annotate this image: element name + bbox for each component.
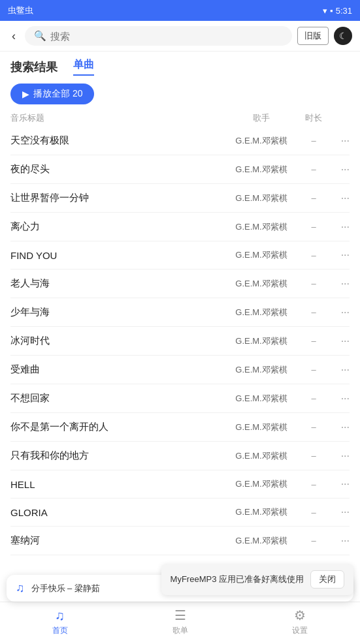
bottom-nav-settings[interactable]: ⚙ 设置 [240, 607, 360, 636]
song-name: 老人与海 [10, 277, 225, 290]
status-bar: 虫鳖虫 ▾ ▪ 5:31 [0, 0, 360, 21]
col-duration-header: 时长 [297, 112, 330, 124]
song-more-button[interactable]: ··· [330, 249, 350, 261]
song-more-button[interactable]: ··· [330, 506, 350, 518]
play-icon: ▶ [22, 89, 29, 99]
song-row[interactable]: HELL G.E.M.邓紫棋 – ··· [10, 470, 350, 498]
settings-icon: ⚙ [294, 607, 306, 623]
search-input-wrap[interactable]: 🔍 [25, 26, 292, 46]
song-artist: G.E.M.邓紫棋 [225, 422, 297, 433]
song-artist: G.E.M.邓紫棋 [225, 135, 297, 147]
song-more-button[interactable]: ··· [330, 135, 350, 147]
song-list: 天空没有极限 G.E.M.邓紫棋 – ··· 夜的尽头 G.E.M.邓紫棋 – … [0, 127, 360, 555]
song-row[interactable]: 让世界暂停一分钟 G.E.M.邓紫棋 – ··· [10, 184, 350, 213]
song-more-button[interactable]: ··· [330, 535, 350, 547]
song-name: 塞纳河 [10, 534, 225, 547]
song-duration: – [297, 365, 330, 375]
settings-label: 设置 [292, 625, 308, 636]
song-duration: – [297, 222, 330, 232]
song-row[interactable]: 只有我和你的地方 G.E.M.邓紫棋 – ··· [10, 442, 350, 470]
song-row[interactable]: 受难曲 G.E.M.邓紫棋 – ··· [10, 356, 350, 384]
song-name: FIND YOU [10, 250, 225, 261]
song-name: 夜的尽头 [10, 163, 225, 176]
toast-bar: MyFreeMP3 应用已准备好离线使用 关闭 [161, 564, 353, 595]
search-input[interactable] [50, 31, 283, 42]
song-row[interactable]: 离心力 G.E.M.邓紫棋 – ··· [10, 213, 350, 241]
song-artist: G.E.M.邓紫棋 [225, 278, 297, 290]
song-duration: – [297, 336, 330, 346]
song-row[interactable]: GLORIA G.E.M.邓紫棋 – ··· [10, 498, 350, 527]
song-name: 你不是第一个离开的人 [10, 421, 225, 433]
back-button[interactable]: ‹ [8, 28, 20, 44]
song-duration: – [297, 508, 330, 517]
music-note-icon: ♫ [16, 581, 25, 595]
song-row[interactable]: 天空没有极限 G.E.M.邓紫棋 – ··· [10, 127, 350, 155]
song-name: 离心力 [10, 221, 225, 233]
song-row[interactable]: 你不是第一个离开的人 G.E.M.邓紫棋 – ··· [10, 413, 350, 442]
song-more-button[interactable]: ··· [330, 164, 350, 176]
search-icon: 🔍 [34, 30, 46, 42]
song-more-button[interactable]: ··· [330, 422, 350, 433]
song-duration: – [297, 279, 330, 288]
song-artist: G.E.M.邓紫棋 [225, 192, 297, 204]
bottom-nav-home[interactable]: ♫ 首页 [0, 608, 120, 636]
tab-single[interactable]: 单曲 [73, 58, 94, 76]
playlist-label: 歌单 [172, 625, 188, 636]
playlist-icon: ☰ [174, 607, 186, 623]
song-row[interactable]: 老人与海 G.E.M.邓紫棋 – ··· [10, 269, 350, 298]
song-artist: G.E.M.邓紫棋 [225, 335, 297, 347]
song-duration: – [297, 251, 330, 260]
song-name: 让世界暂停一分钟 [10, 192, 225, 204]
song-name: GLORIA [10, 507, 225, 518]
song-duration: – [297, 193, 330, 203]
song-duration: – [297, 451, 330, 461]
song-more-button[interactable]: ··· [330, 278, 350, 290]
song-more-button[interactable]: ··· [330, 478, 350, 490]
old-version-button[interactable]: 旧版 [297, 27, 329, 45]
song-more-button[interactable]: ··· [330, 307, 350, 318]
result-label: 搜索结果 [10, 59, 57, 75]
home-label: 首页 [52, 625, 68, 636]
song-row[interactable]: FIND YOU G.E.M.邓紫棋 – ··· [10, 241, 350, 269]
song-row[interactable]: 塞纳河 G.E.M.邓紫棋 – ··· [10, 527, 350, 555]
table-header: 音乐标题 歌手 时长 [0, 112, 360, 124]
search-bar: ‹ 🔍 旧版 ☾ [0, 21, 360, 52]
song-row[interactable]: 不想回家 G.E.M.邓紫棋 – ··· [10, 384, 350, 413]
song-more-button[interactable]: ··· [330, 335, 350, 347]
song-more-button[interactable]: ··· [330, 393, 350, 405]
song-artist: G.E.M.邓紫棋 [225, 393, 297, 405]
song-row[interactable]: 少年与海 G.E.M.邓紫棋 – ··· [10, 298, 350, 327]
bottom-nav-playlist[interactable]: ☰ 歌单 [120, 607, 240, 636]
col-artist-header: 歌手 [225, 112, 297, 124]
col-title-header: 音乐标题 [10, 112, 225, 124]
toast-close-button[interactable]: 关闭 [310, 570, 344, 589]
song-more-button[interactable]: ··· [330, 192, 350, 204]
song-name: 不想回家 [10, 392, 225, 405]
song-more-button[interactable]: ··· [330, 450, 350, 462]
song-artist: G.E.M.邓紫棋 [225, 450, 297, 462]
dark-mode-button[interactable]: ☾ [334, 27, 352, 45]
song-artist: G.E.M.邓紫棋 [225, 478, 297, 490]
toast-message: MyFreeMP3 应用已准备好离线使用 [171, 574, 304, 585]
song-name: 只有我和你的地方 [10, 450, 225, 462]
bottom-nav: ♫ 首页 ☰ 歌单 ⚙ 设置 [0, 602, 360, 644]
song-name: 少年与海 [10, 306, 225, 318]
song-duration: – [297, 393, 330, 403]
play-all-label: 播放全部 20 [33, 88, 82, 100]
song-duration: – [297, 536, 330, 545]
song-artist: G.E.M.邓紫棋 [225, 535, 297, 547]
song-artist: G.E.M.邓紫棋 [225, 307, 297, 318]
song-name: HELL [10, 479, 225, 490]
signal-icon: ▪ [330, 6, 333, 16]
song-more-button[interactable]: ··· [330, 364, 350, 376]
song-row[interactable]: 冰河时代 G.E.M.邓紫棋 – ··· [10, 327, 350, 356]
song-more-button[interactable]: ··· [330, 221, 350, 233]
song-duration: – [297, 480, 330, 489]
song-duration: – [297, 307, 330, 317]
song-row[interactable]: 夜的尽头 G.E.M.邓紫棋 – ··· [10, 155, 350, 184]
song-duration: – [297, 422, 330, 432]
wifi-icon: ▾ [323, 6, 327, 16]
song-name: 冰河时代 [10, 335, 225, 347]
play-all-button[interactable]: ▶ 播放全部 20 [10, 84, 94, 104]
home-icon: ♫ [55, 608, 65, 623]
